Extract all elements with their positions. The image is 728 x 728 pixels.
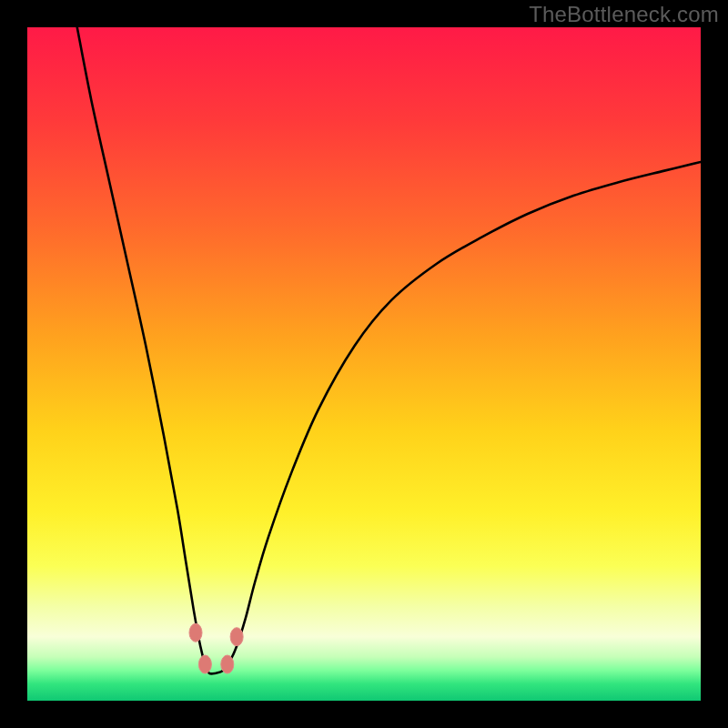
plot-svg [27, 27, 701, 701]
curve-marker-1 [198, 655, 211, 673]
plot-area [27, 27, 701, 701]
curve-marker-2 [221, 655, 234, 673]
curve-marker-3 [230, 628, 243, 646]
gradient-rect [27, 27, 701, 701]
curve-marker-0 [189, 623, 202, 642]
watermark-text: TheBottleneck.com [529, 2, 719, 27]
chart-stage: TheBottleneck.com [0, 0, 728, 728]
